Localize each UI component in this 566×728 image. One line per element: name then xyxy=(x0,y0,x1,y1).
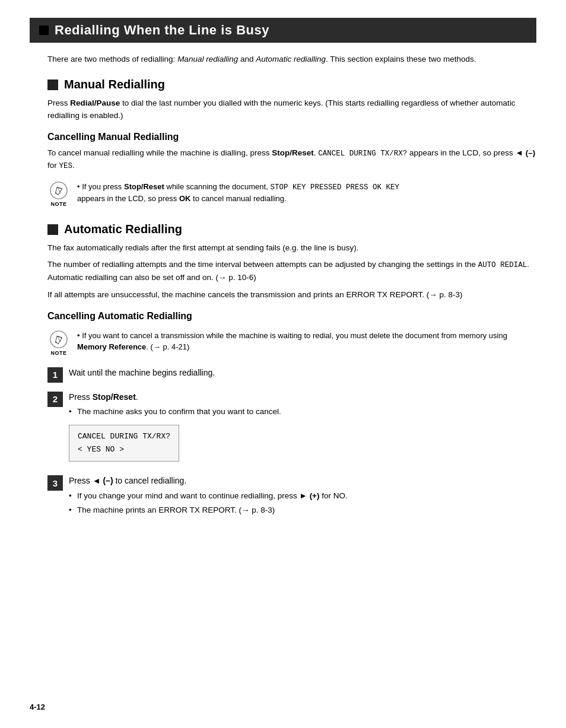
step-2-text: Press Stop/Reset. xyxy=(69,391,536,404)
step3-b2-text: The machine prints an ERROR TX REPORT. (… xyxy=(77,506,275,514)
step-3-container: 3 Press ◄ (–) to cancel redialling. If y… xyxy=(47,475,536,519)
page-title-bar: Redialling When the Line is Busy xyxy=(30,18,536,43)
auto-note-line1: • If you want to cancel a transmission w… xyxy=(77,331,507,340)
step-3-number: 3 xyxy=(47,475,63,491)
cancel-triangle-left: ◄ xyxy=(516,148,523,157)
note-line1-mid: while scanning the document, xyxy=(164,182,271,191)
step-1-content: Wait until the machine begins redialling… xyxy=(69,367,536,380)
step-1-row: 1 Wait until the machine begins redialli… xyxy=(47,367,536,383)
note-pencil-icon xyxy=(49,181,68,200)
note-line1-pre: • If you press xyxy=(77,182,124,191)
step-1-number: 1 xyxy=(47,367,63,383)
cancelling-manual-section: Cancelling Manual Redialling To cancel m… xyxy=(30,132,536,209)
auto-note-box: NOTE • If you want to cancel a transmiss… xyxy=(47,328,536,358)
auto-note-line1-end: . (→ p. 4-21) xyxy=(146,342,189,351)
cancelling-manual-body: To cancel manual redialling while the ma… xyxy=(47,147,536,173)
manual-note-icon-area: NOTE xyxy=(47,181,70,207)
manual-redialling-heading: Manual Redialling xyxy=(30,78,536,91)
step3-triangle: ◄ xyxy=(93,476,101,485)
step3-b1-pre: If you change your mind and want to cont… xyxy=(77,491,299,500)
intro-end: . This section explains these two method… xyxy=(326,55,476,63)
intro-manual-italic: Manual redialling xyxy=(177,55,238,63)
cancelling-manual-heading: Cancelling Manual Redialling xyxy=(47,132,536,142)
step3-b1-plus: (+) xyxy=(310,491,320,500)
intro-paragraph: There are two methods of redialling: Man… xyxy=(30,53,536,66)
lcd-line1: CANCEL DURING TX/RX? xyxy=(78,432,170,441)
auto-para2: The number of redialling attempts and th… xyxy=(47,259,536,284)
step-2-bullets: The machine asks you to confirm that you… xyxy=(69,403,536,418)
step3-pre: Press xyxy=(69,476,93,485)
cancel-end3: . xyxy=(72,161,75,170)
manual-body-text1: Press xyxy=(47,98,70,107)
cancel-stop-reset: Stop/Reset xyxy=(272,148,314,157)
auto-note-icon-area: NOTE xyxy=(47,330,70,356)
auto-para1: The fax automatically redials after the … xyxy=(47,242,536,255)
step-2-number: 2 xyxy=(47,392,63,407)
title-black-square xyxy=(39,26,49,35)
step-3-content: Press ◄ (–) to cancel redialling. If you… xyxy=(69,475,536,519)
page-title: Redialling When the Line is Busy xyxy=(55,23,269,38)
step2-end: . xyxy=(136,392,138,402)
svg-line-1 xyxy=(58,188,61,193)
auto-note-pencil-icon xyxy=(49,330,68,349)
cancel-end1: appears in the LCD, so press xyxy=(407,148,515,157)
note-ok: OK xyxy=(179,194,191,203)
step-2-container: 2 Press Stop/Reset. The machine asks you… xyxy=(47,391,536,467)
manual-heading-square xyxy=(47,80,58,90)
step-3-text: Press ◄ (–) to cancel redialling. xyxy=(69,475,536,488)
step-3-row: 3 Press ◄ (–) to cancel redialling. If y… xyxy=(47,475,536,519)
auto-note-label: NOTE xyxy=(50,350,66,356)
manual-redialling-title: Manual Redialling xyxy=(64,78,165,91)
step3-b1-triangle: ► xyxy=(299,491,307,500)
step-3-bullet-1: If you change your mind and want to cont… xyxy=(69,490,536,503)
cancelling-auto-heading: Cancelling Automatic Redialling xyxy=(47,311,536,322)
auto-para3: If all attempts are unsuccessful, the ma… xyxy=(47,289,536,301)
cancelling-auto-section: Cancelling Automatic Redialling NOTE • I… xyxy=(30,311,536,519)
step-3-bullet-2: The machine prints an ERROR TX REPORT. (… xyxy=(69,504,536,517)
step-1-text: Wait until the machine begins redialling… xyxy=(69,367,536,380)
step-3-bullets: If you change your mind and want to cont… xyxy=(69,488,536,517)
note-mono: STOP KEY PRESSED PRESS OK KEY xyxy=(270,183,399,192)
page-footer: 4-12 xyxy=(30,702,45,711)
note-label-text: NOTE xyxy=(50,201,66,207)
cancel-minus: (–) xyxy=(526,148,536,157)
cancel-manual-pre: To cancel manual redialling while the ma… xyxy=(47,148,272,157)
step-2-content: Press Stop/Reset. The machine asks you t… xyxy=(69,391,536,467)
step3-minus: (–) xyxy=(103,476,113,485)
note-stop-reset: Stop/Reset xyxy=(124,182,164,191)
auto-redial-mono: AUTO REDIAL xyxy=(478,261,527,269)
step-2-row: 2 Press Stop/Reset. The machine asks you… xyxy=(47,391,536,467)
automatic-redialling-title: Automatic Redialling xyxy=(64,222,182,236)
automatic-redialling-body: The fax automatically redials after the … xyxy=(30,242,536,301)
step2-stop-reset: Stop/Reset xyxy=(93,392,136,402)
cancel-yes: YES xyxy=(59,162,73,170)
intro-and: and xyxy=(238,55,256,63)
intro-auto-italic: Automatic redialling xyxy=(256,55,326,63)
manual-note-box: NOTE • If you press Stop/Reset while sca… xyxy=(47,179,536,209)
auto-heading-square xyxy=(47,224,58,235)
step3-end: to cancel redialling. xyxy=(113,476,187,485)
lcd-line2: < YES NO > xyxy=(78,445,124,454)
redial-pause-bold: Redial/Pause xyxy=(70,98,120,107)
step-2-bullet-1: The machine asks you to confirm that you… xyxy=(69,406,536,418)
automatic-redialling-heading: Automatic Redialling xyxy=(30,222,536,236)
cancel-end2: for xyxy=(47,161,59,170)
svg-line-3 xyxy=(58,337,61,342)
step-1-container: 1 Wait until the machine begins redialli… xyxy=(47,367,536,383)
auto-note-memory-ref: Memory Reference xyxy=(77,342,146,351)
lcd-display: CANCEL DURING TX/RX? < YES NO > xyxy=(69,425,179,462)
step2-pre: Press xyxy=(69,392,93,402)
intro-text1: There are two methods of redialling: xyxy=(47,55,177,63)
svg-point-2 xyxy=(50,331,67,348)
manual-note-content: • If you press Stop/Reset while scanning… xyxy=(77,181,399,205)
note-line2-pre: appears in the LCD, so press xyxy=(77,194,179,203)
manual-redialling-body: Press Redial/Pause to dial the last numb… xyxy=(30,97,536,122)
step3-b1-end: for NO. xyxy=(320,491,348,500)
step2-bullet-text: The machine asks you to confirm that you… xyxy=(77,407,281,416)
auto-note-content: • If you want to cancel a transmission w… xyxy=(77,330,536,353)
cancel-mono: CANCEL DURING TX/RX? xyxy=(318,150,407,158)
svg-point-0 xyxy=(50,182,67,198)
note-line2-end: to cancel manual redialling. xyxy=(190,194,286,203)
auto-para2-pre: The number of redialling attempts and th… xyxy=(47,260,478,269)
